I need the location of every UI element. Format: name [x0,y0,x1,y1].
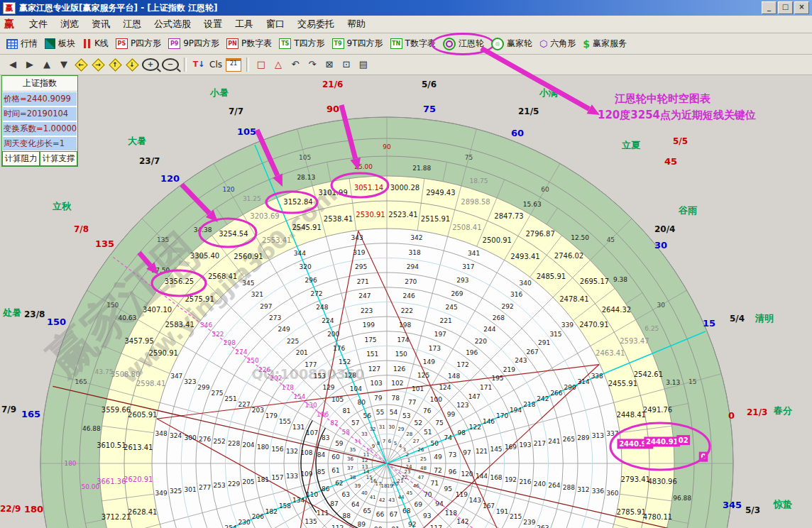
svg-text:194: 194 [510,407,522,414]
menu-7[interactable]: 窗口 [260,17,291,31]
solar-term-立夏: 立夏 [622,139,640,152]
svg-text:3712.21: 3712.21 [102,513,131,521]
menu-6[interactable]: 工具 [229,17,260,31]
toolbar-pan-down[interactable]: ↓ [125,57,139,72]
svg-text:81: 81 [342,407,350,414]
toolbar-draw-rect[interactable]: □ [254,57,268,72]
toolbar-kxian[interactable]: K线 [79,36,112,51]
9t-sifangxing-icon: T9 [332,38,344,49]
date-label-5-4: 5/4 [730,314,745,324]
svg-text:21.88: 21.88 [412,165,431,172]
svg-text:4: 4 [399,444,402,449]
svg-text:325: 325 [170,488,182,495]
toolbar-presentation[interactable]: ▤ [356,57,371,72]
svg-text:220: 220 [475,338,487,345]
t-sifangxing-icon: TS [279,38,291,49]
toolbar-fullscreen[interactable]: ⊠ [322,57,336,72]
svg-text:94: 94 [435,500,444,507]
svg-text:288: 288 [563,484,575,491]
toolbar-p-shuzibiao[interactable]: PNP数字表 [223,36,275,51]
bankuai-icon [45,38,55,49]
svg-text:40: 40 [361,490,368,496]
degree-label-105: 105 [237,126,256,137]
minimize-button[interactable]: _ [762,1,777,14]
toolbar-nav-right[interactable]: ▶ [23,57,37,72]
svg-text:144: 144 [476,473,488,480]
toolbar-jiangenlun[interactable]: 江恩轮 [439,36,488,52]
svg-text:224: 224 [322,317,334,324]
close-button[interactable]: × [794,1,809,14]
maximize-button[interactable]: □ [778,1,793,14]
svg-text:142: 142 [456,518,468,525]
svg-text:2605.91: 2605.91 [128,411,157,419]
yingjialun-label: 赢家轮 [507,38,532,50]
toolbar-t-sifangxing[interactable]: TST四方形 [275,36,328,51]
toolbar-calendar[interactable]: 21 [226,58,241,72]
date-label-7-7: 7/7 [229,106,243,116]
svg-text:149: 149 [423,358,435,365]
toolbar-time-down[interactable]: T↓ [192,57,206,72]
svg-text:12.50: 12.50 [571,234,589,241]
svg-text:3.13: 3.13 [666,379,680,386]
svg-text:292: 292 [501,303,513,310]
toolbar-9p-sifangxing[interactable]: P99P四方形 [165,36,223,51]
svg-text:28.13: 28.13 [297,174,315,181]
svg-text:348: 348 [155,430,167,437]
toolbar-liujiaoxing[interactable]: ⬡六角形 [536,36,579,51]
info-row-0: 价格=2440.9099 [2,92,77,106]
toolbar-shrink[interactable]: ⊡ [339,57,353,72]
svg-text:229: 229 [228,480,240,488]
menu-1[interactable]: 浏览 [54,17,85,31]
svg-text:315: 315 [549,331,561,338]
svg-text:24: 24 [406,464,412,470]
svg-text:1: 1 [407,458,410,463]
toolbar-draw-triangle[interactable]: △ [271,57,285,72]
toolbar-bankuai[interactable]: 板块 [41,36,79,51]
toolbar-pan-right[interactable]: → [91,57,105,72]
svg-text:150: 150 [395,351,407,358]
toolbar-nav-up[interactable]: ▲ [40,57,54,72]
toolbar-p-sifangxing[interactable]: PSP四方形 [112,36,165,51]
svg-text:271: 271 [357,278,369,285]
toolbar-t-shuzibiao[interactable]: TNT数字表 [387,36,439,51]
svg-text:200: 200 [327,331,339,338]
toolbar-pan-left[interactable]: ← [74,57,88,72]
toolbar-9t-sifangxing[interactable]: T99T四方形 [329,36,387,51]
svg-text:145: 145 [490,446,502,453]
toolbar-hangqing[interactable]: 行情 [3,36,41,51]
toolbar-zoom-out[interactable]: − [162,58,179,71]
menu-3[interactable]: 江恩 [116,17,148,31]
svg-text:120: 120 [222,186,234,193]
gann-wheel-chart[interactable]: 赢家江恩www.yingjia360.comQQ:100800360153045… [0,0,812,528]
menu-9[interactable]: 帮助 [341,17,372,31]
9t-sifangxing-label: 9T四方形 [347,38,383,50]
menu-2[interactable]: 资讯 [85,17,116,31]
toolbar-nav-left[interactable]: ◀ [6,57,20,72]
menu-5[interactable]: 设置 [197,17,229,31]
svg-text:154: 154 [293,393,305,400]
toolbar-pan-up[interactable]: ↑ [108,57,122,72]
toolbar-cls[interactable]: Cls [209,57,223,72]
svg-text:6.25: 6.25 [644,325,659,332]
calc-support-button[interactable]: 计算支撑 [40,151,77,166]
toolbar-nav-down[interactable]: ▼ [57,57,71,72]
menu-8[interactable]: 交易委托 [291,17,341,31]
svg-text:293: 293 [456,277,468,284]
svg-text:245: 245 [445,304,457,311]
toolbar-yingjialun[interactable]: 赢家轮 [488,36,536,52]
toolbar-zoom-in[interactable]: + [142,58,159,71]
toolbar-rotate-ccw[interactable]: ↶ [288,57,302,72]
menu-0[interactable]: 文件 [23,17,54,31]
svg-text:109: 109 [300,471,312,478]
svg-text:12: 12 [361,458,368,463]
svg-text:2542.61: 2542.61 [634,370,663,378]
info-row-2: 变换系数=1.00000 [2,121,77,136]
svg-text:156: 156 [271,446,283,453]
toolbar-rotate-cw[interactable]: ↷ [305,57,319,72]
calc-resistance-button[interactable]: 计算阻力 [2,151,40,166]
toolbar-yingjia-fuwu[interactable]: $赢家服务 [579,36,630,51]
menu-4[interactable]: 公式选股 [148,17,197,31]
app-logo-menu: 赢 [4,18,14,31]
sep-2 [246,57,249,72]
svg-text:299: 299 [197,384,209,391]
